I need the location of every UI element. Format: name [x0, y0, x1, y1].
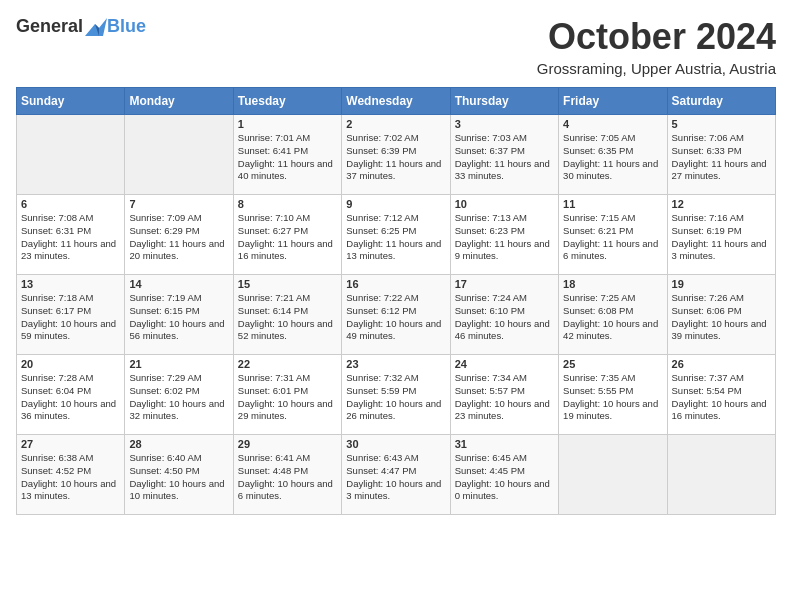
calendar-cell: 3Sunrise: 7:03 AMSunset: 6:37 PMDaylight…: [450, 115, 558, 195]
calendar-cell: [125, 115, 233, 195]
cell-info: Sunrise: 7:10 AMSunset: 6:27 PMDaylight:…: [238, 212, 333, 261]
day-number: 27: [21, 438, 120, 450]
cell-info: Sunrise: 7:24 AMSunset: 6:10 PMDaylight:…: [455, 292, 550, 341]
calendar-cell: 29Sunrise: 6:41 AMSunset: 4:48 PMDayligh…: [233, 435, 341, 515]
calendar-cell: 24Sunrise: 7:34 AMSunset: 5:57 PMDayligh…: [450, 355, 558, 435]
day-number: 13: [21, 278, 120, 290]
cell-info: Sunrise: 7:15 AMSunset: 6:21 PMDaylight:…: [563, 212, 658, 261]
day-number: 28: [129, 438, 228, 450]
logo-general-text: General: [16, 16, 83, 37]
calendar-cell: 26Sunrise: 7:37 AMSunset: 5:54 PMDayligh…: [667, 355, 775, 435]
day-number: 16: [346, 278, 445, 290]
calendar-cell: 16Sunrise: 7:22 AMSunset: 6:12 PMDayligh…: [342, 275, 450, 355]
day-number: 6: [21, 198, 120, 210]
day-number: 11: [563, 198, 662, 210]
calendar-cell: 17Sunrise: 7:24 AMSunset: 6:10 PMDayligh…: [450, 275, 558, 355]
day-number: 5: [672, 118, 771, 130]
cell-info: Sunrise: 6:38 AMSunset: 4:52 PMDaylight:…: [21, 452, 116, 501]
cell-info: Sunrise: 6:41 AMSunset: 4:48 PMDaylight:…: [238, 452, 333, 501]
calendar-cell: 20Sunrise: 7:28 AMSunset: 6:04 PMDayligh…: [17, 355, 125, 435]
day-number: 26: [672, 358, 771, 370]
day-number: 30: [346, 438, 445, 450]
cell-info: Sunrise: 7:26 AMSunset: 6:06 PMDaylight:…: [672, 292, 767, 341]
calendar-table: SundayMondayTuesdayWednesdayThursdayFrid…: [16, 87, 776, 515]
calendar-week-row-3: 13Sunrise: 7:18 AMSunset: 6:17 PMDayligh…: [17, 275, 776, 355]
cell-info: Sunrise: 6:45 AMSunset: 4:45 PMDaylight:…: [455, 452, 550, 501]
calendar-cell: 9Sunrise: 7:12 AMSunset: 6:25 PMDaylight…: [342, 195, 450, 275]
cell-info: Sunrise: 7:34 AMSunset: 5:57 PMDaylight:…: [455, 372, 550, 421]
calendar-week-row-4: 20Sunrise: 7:28 AMSunset: 6:04 PMDayligh…: [17, 355, 776, 435]
calendar-cell: 19Sunrise: 7:26 AMSunset: 6:06 PMDayligh…: [667, 275, 775, 355]
cell-info: Sunrise: 7:06 AMSunset: 6:33 PMDaylight:…: [672, 132, 767, 181]
calendar-cell: 11Sunrise: 7:15 AMSunset: 6:21 PMDayligh…: [559, 195, 667, 275]
calendar-cell: 13Sunrise: 7:18 AMSunset: 6:17 PMDayligh…: [17, 275, 125, 355]
cell-info: Sunrise: 7:12 AMSunset: 6:25 PMDaylight:…: [346, 212, 441, 261]
day-number: 3: [455, 118, 554, 130]
calendar-cell: 18Sunrise: 7:25 AMSunset: 6:08 PMDayligh…: [559, 275, 667, 355]
calendar-cell: 14Sunrise: 7:19 AMSunset: 6:15 PMDayligh…: [125, 275, 233, 355]
cell-info: Sunrise: 7:31 AMSunset: 6:01 PMDaylight:…: [238, 372, 333, 421]
calendar-cell: 15Sunrise: 7:21 AMSunset: 6:14 PMDayligh…: [233, 275, 341, 355]
cell-info: Sunrise: 7:32 AMSunset: 5:59 PMDaylight:…: [346, 372, 441, 421]
weekday-header-friday: Friday: [559, 88, 667, 115]
cell-info: Sunrise: 7:37 AMSunset: 5:54 PMDaylight:…: [672, 372, 767, 421]
cell-info: Sunrise: 7:21 AMSunset: 6:14 PMDaylight:…: [238, 292, 333, 341]
cell-info: Sunrise: 7:18 AMSunset: 6:17 PMDaylight:…: [21, 292, 116, 341]
calendar-cell: 12Sunrise: 7:16 AMSunset: 6:19 PMDayligh…: [667, 195, 775, 275]
day-number: 8: [238, 198, 337, 210]
cell-info: Sunrise: 7:13 AMSunset: 6:23 PMDaylight:…: [455, 212, 550, 261]
weekday-header-row: SundayMondayTuesdayWednesdayThursdayFrid…: [17, 88, 776, 115]
day-number: 23: [346, 358, 445, 370]
calendar-cell: 8Sunrise: 7:10 AMSunset: 6:27 PMDaylight…: [233, 195, 341, 275]
calendar-week-row-2: 6Sunrise: 7:08 AMSunset: 6:31 PMDaylight…: [17, 195, 776, 275]
day-number: 20: [21, 358, 120, 370]
location-subtitle: Grossraming, Upper Austria, Austria: [537, 60, 776, 77]
weekday-header-monday: Monday: [125, 88, 233, 115]
calendar-cell: 30Sunrise: 6:43 AMSunset: 4:47 PMDayligh…: [342, 435, 450, 515]
calendar-cell: 10Sunrise: 7:13 AMSunset: 6:23 PMDayligh…: [450, 195, 558, 275]
cell-info: Sunrise: 7:16 AMSunset: 6:19 PMDaylight:…: [672, 212, 767, 261]
logo: General Blue: [16, 16, 146, 37]
day-number: 9: [346, 198, 445, 210]
day-number: 12: [672, 198, 771, 210]
day-number: 17: [455, 278, 554, 290]
day-number: 7: [129, 198, 228, 210]
calendar-cell: 1Sunrise: 7:01 AMSunset: 6:41 PMDaylight…: [233, 115, 341, 195]
day-number: 2: [346, 118, 445, 130]
cell-info: Sunrise: 7:03 AMSunset: 6:37 PMDaylight:…: [455, 132, 550, 181]
calendar-cell: 28Sunrise: 6:40 AMSunset: 4:50 PMDayligh…: [125, 435, 233, 515]
month-title: October 2024: [537, 16, 776, 58]
weekday-header-saturday: Saturday: [667, 88, 775, 115]
calendar-cell: 22Sunrise: 7:31 AMSunset: 6:01 PMDayligh…: [233, 355, 341, 435]
day-number: 15: [238, 278, 337, 290]
cell-info: Sunrise: 7:22 AMSunset: 6:12 PMDaylight:…: [346, 292, 441, 341]
day-number: 22: [238, 358, 337, 370]
calendar-week-row-5: 27Sunrise: 6:38 AMSunset: 4:52 PMDayligh…: [17, 435, 776, 515]
weekday-header-tuesday: Tuesday: [233, 88, 341, 115]
cell-info: Sunrise: 7:35 AMSunset: 5:55 PMDaylight:…: [563, 372, 658, 421]
calendar-cell: [667, 435, 775, 515]
cell-info: Sunrise: 7:02 AMSunset: 6:39 PMDaylight:…: [346, 132, 441, 181]
logo-bird-icon: [85, 18, 107, 36]
logo-blue-text: Blue: [107, 16, 146, 37]
weekday-header-wednesday: Wednesday: [342, 88, 450, 115]
cell-info: Sunrise: 7:25 AMSunset: 6:08 PMDaylight:…: [563, 292, 658, 341]
calendar-cell: 27Sunrise: 6:38 AMSunset: 4:52 PMDayligh…: [17, 435, 125, 515]
day-number: 18: [563, 278, 662, 290]
cell-info: Sunrise: 6:43 AMSunset: 4:47 PMDaylight:…: [346, 452, 441, 501]
calendar-cell: [559, 435, 667, 515]
cell-info: Sunrise: 6:40 AMSunset: 4:50 PMDaylight:…: [129, 452, 224, 501]
cell-info: Sunrise: 7:09 AMSunset: 6:29 PMDaylight:…: [129, 212, 224, 261]
cell-info: Sunrise: 7:05 AMSunset: 6:35 PMDaylight:…: [563, 132, 658, 181]
day-number: 21: [129, 358, 228, 370]
calendar-cell: [17, 115, 125, 195]
day-number: 24: [455, 358, 554, 370]
weekday-header-thursday: Thursday: [450, 88, 558, 115]
calendar-cell: 2Sunrise: 7:02 AMSunset: 6:39 PMDaylight…: [342, 115, 450, 195]
cell-info: Sunrise: 7:29 AMSunset: 6:02 PMDaylight:…: [129, 372, 224, 421]
calendar-cell: 6Sunrise: 7:08 AMSunset: 6:31 PMDaylight…: [17, 195, 125, 275]
calendar-cell: 4Sunrise: 7:05 AMSunset: 6:35 PMDaylight…: [559, 115, 667, 195]
calendar-cell: 25Sunrise: 7:35 AMSunset: 5:55 PMDayligh…: [559, 355, 667, 435]
cell-info: Sunrise: 7:19 AMSunset: 6:15 PMDaylight:…: [129, 292, 224, 341]
day-number: 1: [238, 118, 337, 130]
